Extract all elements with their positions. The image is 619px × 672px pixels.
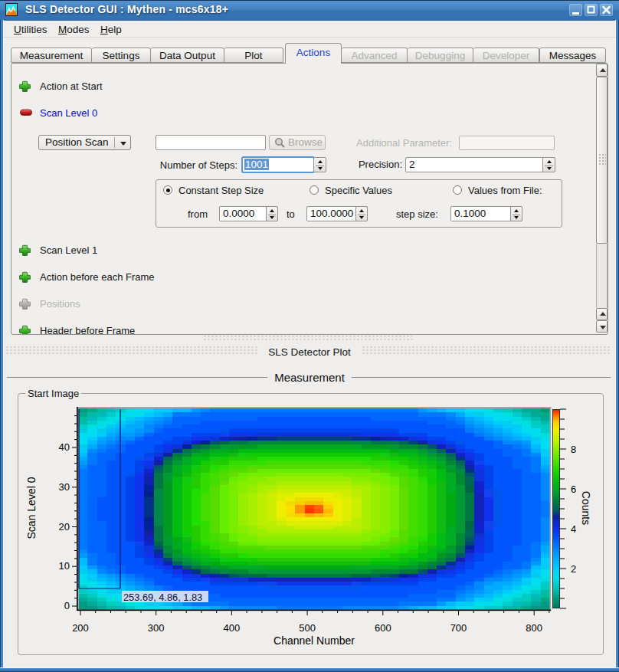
svg-text:Counts: Counts bbox=[580, 491, 592, 525]
svg-text:300: 300 bbox=[148, 622, 165, 634]
svg-text:600: 600 bbox=[375, 622, 391, 634]
svg-text:700: 700 bbox=[450, 622, 467, 634]
svg-text:6: 6 bbox=[571, 484, 576, 495]
svg-text:20: 20 bbox=[59, 521, 70, 533]
svg-text:Scan Level 0: Scan Level 0 bbox=[25, 477, 38, 539]
svg-text:4: 4 bbox=[571, 523, 576, 535]
svg-text:40: 40 bbox=[59, 441, 70, 453]
svg-text:800: 800 bbox=[526, 622, 542, 634]
svg-text:Channel Number: Channel Number bbox=[273, 634, 355, 647]
svg-text:2: 2 bbox=[571, 563, 576, 575]
svg-text:253.69, 4.86, 1.83: 253.69, 4.86, 1.83 bbox=[123, 592, 202, 603]
svg-text:10: 10 bbox=[59, 560, 70, 572]
svg-text:8: 8 bbox=[571, 444, 576, 455]
svg-text:200: 200 bbox=[72, 622, 89, 634]
svg-text:30: 30 bbox=[59, 481, 70, 493]
svg-text:500: 500 bbox=[299, 622, 316, 634]
svg-text:0: 0 bbox=[64, 600, 70, 611]
svg-text:400: 400 bbox=[224, 622, 241, 634]
